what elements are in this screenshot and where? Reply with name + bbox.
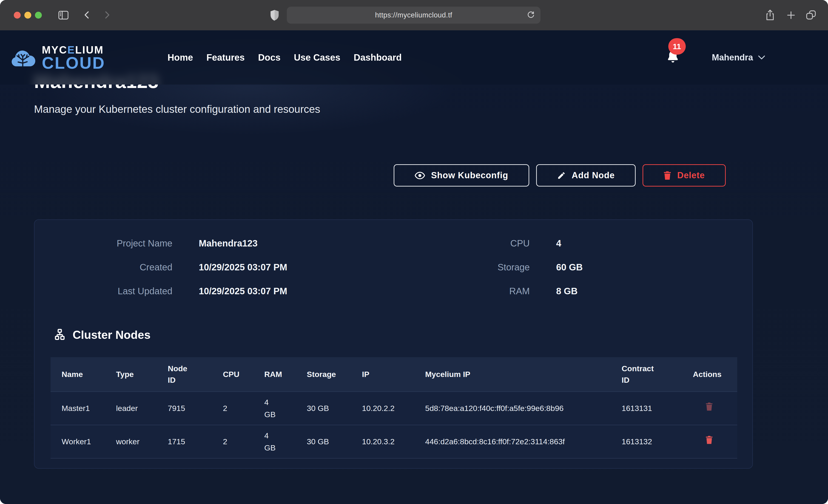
cell-node-id: 7915 [157, 392, 212, 425]
url-text: https://myceliumcloud.tf [375, 11, 452, 19]
privacy-shield-icon[interactable] [270, 9, 280, 21]
new-tab-button[interactable] [786, 10, 796, 20]
column-header-actions: Actions [693, 369, 721, 380]
minimize-window-button[interactable] [24, 12, 31, 18]
url-field[interactable]: https://myceliumcloud.tf [287, 7, 540, 24]
column-header-ip: IP [362, 369, 369, 380]
column-header-contract-id: Contract ID [622, 363, 661, 386]
cell-ip: 10.20.3.2 [351, 425, 414, 458]
cell-type: worker [105, 425, 157, 458]
nav-home[interactable]: Home [168, 52, 193, 63]
cell-contract-id: 1613132 [611, 425, 682, 458]
show-kubeconfig-button[interactable]: Show Kubeconfig [394, 164, 529, 186]
info-label: Created [35, 262, 172, 272]
info-value: 10/29/2025 03:07 PM [199, 262, 411, 272]
sidebar-toggle-icon [58, 10, 69, 21]
network-icon [53, 329, 66, 341]
cell-storage: 30 GB [296, 392, 351, 425]
eye-icon [415, 172, 425, 179]
column-header-cpu: CPU [223, 369, 240, 380]
notification-badge: 11 [668, 38, 686, 55]
site-logo[interactable]: MYCELIUM CLOUD [9, 44, 105, 71]
tab-overview-button[interactable] [805, 9, 817, 21]
nav-use-cases[interactable]: Use Cases [294, 52, 340, 63]
column-header-ram: RAM [264, 369, 282, 380]
chevron-down-icon [758, 55, 765, 60]
project-info: Project Name Mahendra123 CPU 4 Created 1… [35, 231, 754, 303]
info-label: CPU [438, 238, 530, 249]
cell-ram: 4 GB [264, 429, 276, 454]
cluster-nodes-heading: Cluster Nodes [73, 328, 151, 342]
info-value: 8 GB [556, 286, 754, 296]
forward-icon [101, 10, 112, 20]
column-header-name: Name [61, 369, 83, 380]
screenshot-stage: https://myceliumcloud.tf [0, 0, 828, 504]
cell-mycelium-ip: 5d8:78ea:a120:f40c:ff0f:a5fe:99e6:8b96 [414, 392, 611, 425]
cell-type: leader [105, 392, 157, 425]
navbar-right: 11 Mahendra [666, 50, 765, 65]
share-icon [764, 9, 776, 21]
user-menu[interactable]: Mahendra [712, 53, 765, 62]
forward-button[interactable] [101, 10, 112, 20]
table-row: Worker1 worker 1715 2 4 GB 30 GB 10.20.3… [50, 425, 737, 458]
site-navbar: MYCELIUM CLOUD Home Features Docs Use Ca… [0, 30, 828, 85]
info-label: Last Updated [35, 286, 172, 296]
cluster-nodes-header: Cluster Nodes [53, 328, 151, 342]
nav-dashboard[interactable]: Dashboard [354, 52, 402, 63]
info-label: Storage [438, 262, 530, 272]
delete-node-button[interactable] [705, 435, 713, 444]
nav-docs[interactable]: Docs [258, 52, 281, 63]
share-button[interactable] [764, 9, 776, 21]
back-button[interactable] [82, 10, 92, 20]
delete-node-button[interactable] [705, 402, 713, 411]
column-header-type: Type [116, 369, 134, 380]
column-header-node-id: Node ID [168, 363, 194, 386]
info-label: Project Name [35, 238, 172, 249]
add-node-button[interactable]: Add Node [536, 164, 636, 186]
table-row: Master1 leader 7915 2 4 GB 30 GB 10.20.2… [50, 392, 737, 425]
cell-name: Worker1 [50, 425, 105, 458]
delete-label: Delete [677, 170, 705, 180]
pencil-icon [557, 171, 566, 180]
trash-icon [705, 402, 713, 411]
mycelium-cloud-logo-icon [9, 45, 36, 70]
info-value: 60 GB [556, 262, 754, 272]
tab-overview-icon [805, 9, 817, 21]
info-value: 4 [556, 238, 754, 249]
notifications-button[interactable]: 11 [666, 50, 680, 65]
page-subtitle: Manage your Kubernetes cluster configura… [34, 103, 320, 115]
logo-text: MYCELIUM CLOUD [42, 44, 105, 71]
close-window-button[interactable] [14, 12, 21, 18]
cell-ip: 10.20.2.2 [351, 392, 414, 425]
trash-icon [663, 171, 671, 180]
reload-button[interactable] [526, 10, 535, 20]
browser-chrome: https://myceliumcloud.tf [0, 0, 828, 30]
table-header-row: Name Type Node ID CPU RAM Storage IP Myc… [50, 357, 737, 392]
info-label: RAM [438, 286, 530, 296]
cluster-nodes-table: Name Type Node ID CPU RAM Storage IP Myc… [50, 357, 737, 459]
info-value: 10/29/2025 03:07 PM [199, 286, 411, 296]
add-node-label: Add Node [572, 170, 615, 180]
zoom-window-button[interactable] [35, 12, 42, 18]
cluster-detail-panel: Project Name Mahendra123 CPU 4 Created 1… [34, 219, 753, 469]
page-background: Mahendra123 Manage your Kubernetes clust… [0, 30, 828, 504]
cell-contract-id: 1613131 [611, 392, 682, 425]
new-tab-icon [786, 10, 796, 20]
nav-features[interactable]: Features [206, 52, 245, 63]
cell-cpu: 2 [212, 425, 253, 458]
cluster-actions: Show Kubeconfig Add Node [34, 164, 726, 186]
cell-cpu: 2 [212, 392, 253, 425]
user-name: Mahendra [712, 53, 753, 62]
column-header-mycelium-ip: Mycelium IP [425, 369, 470, 380]
cell-ram: 4 GB [264, 396, 276, 420]
sidebar-toggle-button[interactable] [58, 10, 69, 21]
browser-window: https://myceliumcloud.tf [0, 0, 828, 504]
delete-cluster-button[interactable]: Delete [643, 164, 726, 186]
back-icon [82, 10, 92, 20]
main-nav: Home Features Docs Use Cases Dashboard [168, 52, 402, 63]
show-kubeconfig-label: Show Kubeconfig [431, 170, 508, 180]
cell-node-id: 1715 [157, 425, 212, 458]
trash-icon [705, 435, 713, 444]
window-controls [14, 12, 42, 18]
cell-mycelium-ip: 446:d2a6:8bcd:8c16:ff0f:72e2:3114:863f [414, 425, 611, 458]
